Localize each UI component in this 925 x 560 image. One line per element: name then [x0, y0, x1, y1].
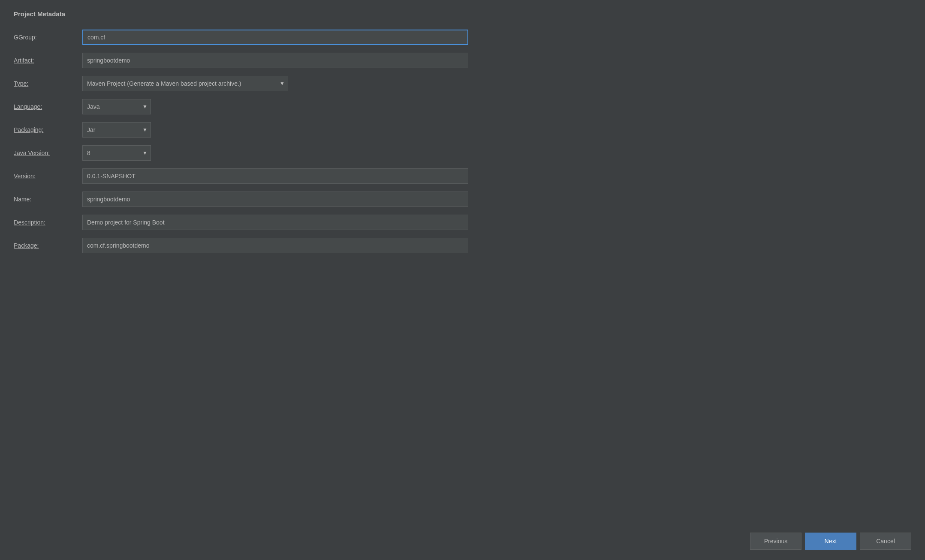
- spacer: [14, 261, 911, 526]
- next-button[interactable]: Next: [805, 533, 856, 550]
- description-input[interactable]: [82, 215, 468, 230]
- language-label: Language:: [14, 103, 82, 110]
- packaging-label: Packaging:: [14, 126, 82, 133]
- java-version-select-wrapper: 8 11 17 21 ▼: [82, 145, 151, 161]
- type-select[interactable]: Maven Project (Generate a Maven based pr…: [82, 76, 288, 91]
- type-label: Type:: [14, 80, 82, 87]
- java-version-select[interactable]: 8 11 17 21: [82, 145, 151, 161]
- footer: Previous Next Cancel: [14, 526, 911, 550]
- packaging-row: Packaging: Jar War ▼: [14, 122, 911, 138]
- artifact-label: Artifact:: [14, 57, 82, 64]
- description-label: Description:: [14, 219, 82, 226]
- java-version-label: Java Version:: [14, 150, 82, 156]
- previous-button[interactable]: Previous: [750, 533, 801, 550]
- java-version-row: Java Version: 8 11 17 21 ▼: [14, 145, 911, 161]
- artifact-row: Artifact:: [14, 53, 911, 68]
- version-row: Version:: [14, 168, 911, 184]
- packaging-select[interactable]: Jar War: [82, 122, 151, 138]
- artifact-input[interactable]: [82, 53, 468, 68]
- package-input[interactable]: [82, 238, 468, 253]
- package-label: Package:: [14, 242, 82, 249]
- type-row: Type: Maven Project (Generate a Maven ba…: [14, 76, 911, 91]
- version-input[interactable]: [82, 168, 468, 184]
- language-select[interactable]: Java Kotlin Groovy: [82, 99, 151, 114]
- package-row: Package:: [14, 238, 911, 253]
- type-select-wrapper: Maven Project (Generate a Maven based pr…: [82, 76, 288, 91]
- cancel-button[interactable]: Cancel: [860, 533, 911, 550]
- name-row: Name:: [14, 192, 911, 207]
- form-container: GGroup: Artifact: Type: Maven Project (G…: [14, 30, 911, 550]
- group-row: GGroup:: [14, 30, 911, 45]
- page-title: Project Metadata: [14, 10, 911, 18]
- version-label: Version:: [14, 173, 82, 180]
- name-input[interactable]: [82, 192, 468, 207]
- name-label: Name:: [14, 196, 82, 203]
- packaging-select-wrapper: Jar War ▼: [82, 122, 151, 138]
- group-input[interactable]: [82, 30, 468, 45]
- language-select-wrapper: Java Kotlin Groovy ▼: [82, 99, 151, 114]
- group-label: GGroup:: [14, 34, 82, 41]
- language-row: Language: Java Kotlin Groovy ▼: [14, 99, 911, 114]
- description-row: Description:: [14, 215, 911, 230]
